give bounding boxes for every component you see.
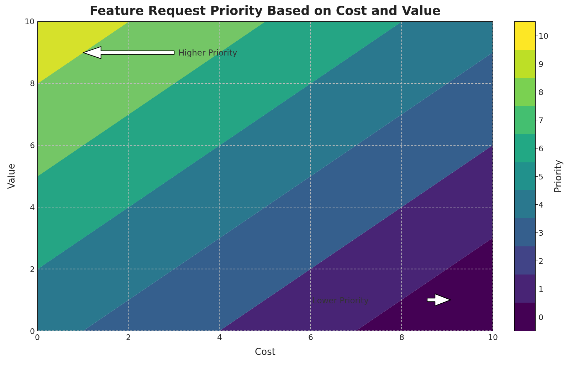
colorbar-tick: 9 [538,60,543,69]
colorbar-tick-mark [536,36,538,36]
annotation-higher-priority: Higher Priority [178,48,237,57]
x-tick: 8 [399,333,404,342]
y-tick: 0 [25,327,35,336]
colorbar-segment [515,162,535,190]
colorbar-tick: 5 [538,172,543,181]
colorbar-tick: 10 [538,32,548,41]
colorbar-gradient [514,21,536,331]
colorbar-tick: 1 [538,285,543,294]
colorbar-tick-mark [536,120,538,120]
colorbar-tick-mark [536,261,538,261]
colorbar-segment [515,22,535,50]
heatmap-svg [38,22,493,331]
chart-title: Feature Request Priority Based on Cost a… [37,4,493,18]
colorbar-tick-mark [536,176,538,177]
colorbar-tick-mark [536,64,538,64]
x-tick: 0 [35,333,40,342]
colorbar-tick-mark [536,92,538,92]
y-tick: 4 [25,203,35,212]
colorbar-tick-mark [536,317,538,317]
colorbar-tick-mark [536,232,538,233]
x-tick: 10 [488,333,498,342]
y-axis-label: Value [6,21,17,331]
chart-container: Feature Request Priority Based on Cost a… [37,4,557,381]
colorbar-tick: 8 [538,88,543,97]
colorbar-tick-mark [536,204,538,205]
colorbar [514,21,536,331]
colorbar-segment [515,50,535,78]
y-tick: 6 [25,141,35,150]
y-tick: 10 [20,17,35,26]
annotation-lower-priority: Lower Priority [312,296,369,305]
colorbar-segment [515,246,535,275]
y-tick: 8 [25,79,35,88]
plot-area: Higher Priority Lower Priority [37,21,493,331]
colorbar-segment [515,134,535,162]
colorbar-tick-mark [536,289,538,289]
colorbar-tick-mark [536,148,538,148]
colorbar-tick: 4 [538,200,543,209]
x-tick: 2 [126,333,131,342]
colorbar-segment [515,303,535,331]
x-tick: 4 [217,333,222,342]
y-tick: 2 [25,265,35,274]
colorbar-tick: 0 [538,313,543,322]
x-tick: 6 [308,333,313,342]
colorbar-segment [515,106,535,134]
colorbar-segment [515,218,535,246]
colorbar-label: Priority [553,21,563,331]
colorbar-segment [515,78,535,106]
colorbar-segment [515,275,535,303]
colorbar-segment [515,190,535,218]
colorbar-tick: 3 [538,229,543,237]
colorbar-tick: 2 [538,257,543,266]
colorbar-tick: 7 [538,116,543,125]
x-axis-label: Cost [37,346,493,357]
colorbar-tick: 6 [538,144,543,153]
